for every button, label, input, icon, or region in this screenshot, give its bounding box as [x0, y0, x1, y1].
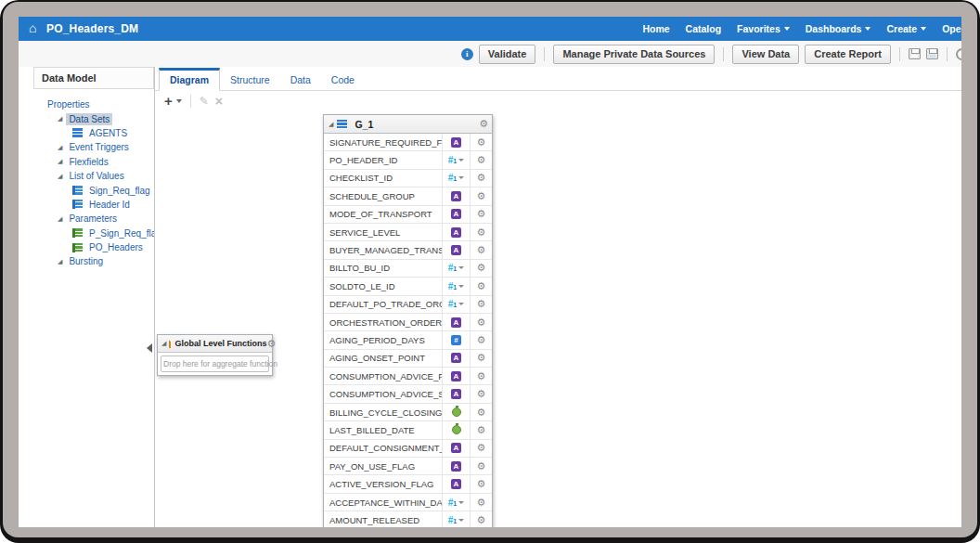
field-type-cell[interactable]: A	[442, 206, 470, 223]
gear-icon[interactable]: ⚙	[477, 515, 486, 525]
gear-icon[interactable]: ⚙	[477, 137, 486, 148]
field-type-cell[interactable]: A	[442, 314, 470, 330]
add-dropdown-icon[interactable]	[176, 99, 182, 103]
field-type-cell[interactable]: #1	[442, 151, 470, 168]
field-type-cell[interactable]: A	[442, 350, 470, 367]
home-icon[interactable]: ⌂	[29, 20, 36, 36]
nav-link-home[interactable]: Home	[642, 23, 669, 34]
nav-link-open[interactable]: Open	[942, 23, 961, 34]
expand-collapse-icon[interactable]: ◢	[58, 144, 62, 151]
expand-collapse-icon[interactable]: ◢	[58, 173, 62, 180]
gear-icon[interactable]: ⚙	[477, 281, 486, 291]
tree-item-header-id[interactable]: Header Id	[33, 198, 154, 212]
tree-item-properties[interactable]: Properties	[33, 97, 154, 111]
field-type-cell[interactable]: #1	[442, 494, 470, 511]
tab-structure[interactable]: Structure	[220, 71, 280, 90]
expand-collapse-icon[interactable]: ◢	[58, 115, 62, 123]
field-actions-cell[interactable]: ⚙	[470, 494, 492, 511]
field-type-cell[interactable]: #1	[442, 296, 470, 313]
global-functions-header[interactable]: ◢ Global Level Functions ⚙	[158, 335, 272, 353]
view-data-button[interactable]: View Data	[732, 45, 799, 64]
field-type-cell[interactable]: A	[442, 440, 470, 457]
field-type-cell[interactable]: #1	[442, 260, 470, 277]
gear-icon[interactable]: ⚙	[477, 389, 486, 399]
delete-icon[interactable]: ×	[215, 96, 223, 107]
gear-icon[interactable]: ⚙	[477, 353, 486, 363]
tree-item-p-sign-req-flag[interactable]: P_Sign_Req_flag	[33, 226, 154, 240]
collapse-group-icon[interactable]: ◢	[161, 340, 166, 347]
field-type-cell[interactable]: A	[442, 368, 470, 384]
gear-icon[interactable]: ⚙	[477, 209, 486, 219]
field-actions-cell[interactable]: ⚙	[470, 187, 492, 204]
field-type-cell[interactable]	[442, 421, 470, 438]
chevron-down-icon[interactable]	[458, 176, 464, 179]
expand-collapse-icon[interactable]: ◢	[58, 215, 62, 223]
field-actions-cell[interactable]: ⚙	[470, 278, 492, 294]
nav-link-favorites[interactable]: Favorites	[737, 23, 790, 34]
validate-button[interactable]: Validate	[479, 45, 536, 64]
gear-icon[interactable]: ⚙	[477, 263, 486, 273]
field-actions-cell[interactable]: ⚙	[470, 511, 492, 527]
field-actions-cell[interactable]: ⚙	[470, 224, 492, 240]
chevron-down-icon[interactable]	[458, 519, 464, 522]
tree-item-data-sets[interactable]: ◢Data Sets	[33, 111, 154, 125]
field-actions-cell[interactable]: ⚙	[470, 134, 492, 150]
field-type-cell[interactable]: A	[442, 224, 470, 240]
field-type-cell[interactable]: A	[442, 187, 470, 204]
help-icon[interactable]	[956, 48, 961, 60]
gear-icon[interactable]: ⚙	[266, 339, 276, 349]
tab-data[interactable]: Data	[280, 71, 321, 90]
field-actions-cell[interactable]: ⚙	[470, 458, 492, 474]
field-actions-cell[interactable]: ⚙	[470, 260, 492, 277]
tree-item-po-headers[interactable]: PO_Headers	[33, 240, 154, 254]
gear-icon[interactable]: ⚙	[477, 479, 486, 489]
gear-icon[interactable]: ⚙	[477, 173, 486, 183]
field-actions-cell[interactable]: ⚙	[470, 314, 492, 330]
gear-icon[interactable]: ⚙	[477, 425, 486, 435]
expand-collapse-icon[interactable]: ◢	[58, 258, 62, 265]
tree-item-bursting[interactable]: ◢Bursting	[33, 254, 154, 268]
gear-icon[interactable]: ⚙	[477, 335, 486, 345]
gear-icon[interactable]: ⚙	[477, 317, 486, 328]
gear-icon[interactable]: ⚙	[479, 119, 488, 129]
chevron-down-icon[interactable]	[458, 266, 464, 269]
field-type-cell[interactable]	[442, 404, 470, 420]
gear-icon[interactable]: ⚙	[477, 371, 486, 381]
aggregate-drop-zone[interactable]: Drop here for aggregate function	[161, 356, 269, 372]
nav-link-create[interactable]: Create	[886, 23, 926, 34]
field-actions-cell[interactable]: ⚙	[470, 475, 492, 492]
gear-icon[interactable]: ⚙	[477, 407, 486, 418]
field-actions-cell[interactable]: ⚙	[470, 331, 492, 348]
g1-header[interactable]: ◢ G_1 ⚙	[324, 115, 492, 134]
gear-icon[interactable]: ⚙	[477, 245, 486, 255]
field-actions-cell[interactable]: ⚙	[470, 421, 492, 438]
chevron-down-icon[interactable]	[458, 303, 464, 305]
gear-icon[interactable]: ⚙	[477, 227, 486, 238]
tree-item-event-triggers[interactable]: ◢Event Triggers	[33, 140, 154, 154]
save-icon[interactable]	[909, 48, 921, 59]
field-actions-cell[interactable]: ⚙	[470, 296, 492, 313]
create-report-button[interactable]: Create Report	[805, 45, 891, 64]
gear-icon[interactable]: ⚙	[477, 155, 486, 165]
field-actions-cell[interactable]: ⚙	[470, 385, 492, 402]
field-type-cell[interactable]: #1	[442, 170, 470, 187]
tree-item-flexfields[interactable]: ◢Flexfields	[33, 155, 154, 169]
field-type-cell[interactable]: #1	[442, 278, 470, 294]
gear-icon[interactable]: ⚙	[477, 191, 486, 201]
field-type-cell[interactable]: A	[442, 241, 470, 258]
save-as-icon[interactable]	[926, 48, 938, 59]
nav-link-dashboards[interactable]: Dashboards	[806, 23, 871, 34]
manage-private-data-sources-button[interactable]: Manage Private Data Sources	[553, 45, 715, 64]
edit-icon[interactable]: ✎	[200, 95, 209, 108]
gear-icon[interactable]: ⚙	[477, 299, 486, 309]
field-actions-cell[interactable]: ⚙	[470, 170, 492, 187]
field-actions-cell[interactable]: ⚙	[470, 206, 492, 223]
field-actions-cell[interactable]: ⚙	[470, 368, 492, 384]
gear-icon[interactable]: ⚙	[477, 443, 486, 453]
tree-item-agents[interactable]: AGENTS	[33, 126, 154, 140]
tree-item-sign-req-flag[interactable]: Sign_Req_flag	[33, 183, 154, 197]
field-type-cell[interactable]: A	[442, 385, 470, 402]
field-type-cell[interactable]: #	[442, 331, 470, 348]
tree-item-list-of-values[interactable]: ◢List of Values	[33, 169, 154, 183]
field-actions-cell[interactable]: ⚙	[470, 241, 492, 258]
